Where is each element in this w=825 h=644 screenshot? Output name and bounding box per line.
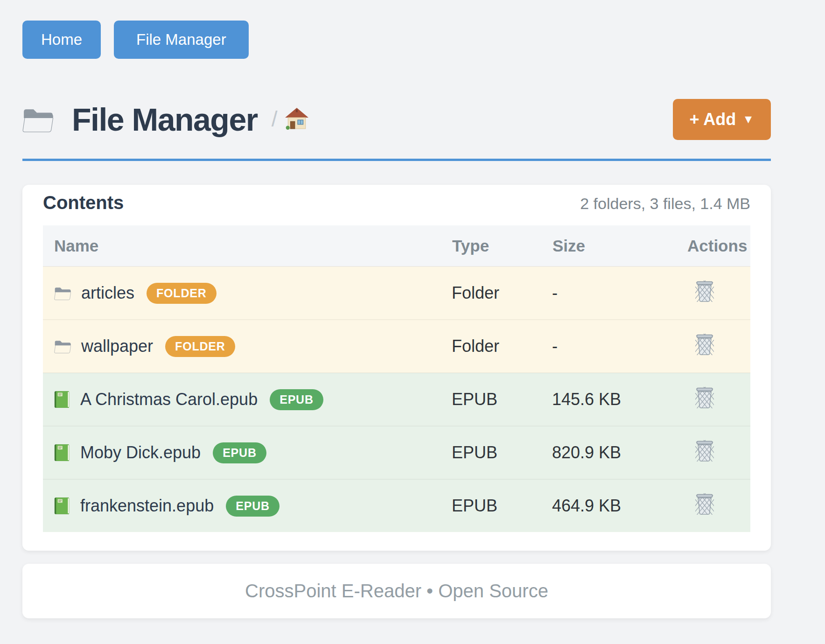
row-name[interactable]: frankenstein.epub [80,496,214,516]
title-divider [22,159,771,161]
table-row: Moby Dick.epub EPUB EPUB 820.9 KB [43,426,750,479]
table-row: A Christmas Carol.epub EPUB EPUB 145.6 K… [43,373,750,426]
type-cell: EPUB [452,479,552,532]
folder-icon [54,286,71,301]
type-badge: EPUB [270,389,323,410]
size-cell: 820.9 KB [552,426,687,479]
trash-icon [695,296,714,303]
trash-icon [695,350,714,357]
row-name[interactable]: wallpaper [81,336,153,356]
footer-text: CrossPoint E-Reader • Open Source [245,581,548,602]
size-cell: 464.9 KB [552,479,687,532]
type-cell: Folder [452,266,552,320]
nav-home-button[interactable]: Home [22,21,101,59]
row-name[interactable]: Moby Dick.epub [80,443,201,462]
size-cell: 145.6 KB [552,373,687,426]
table-row: wallpaper FOLDER Folder - [43,320,750,373]
type-badge: FOLDER [147,283,217,304]
type-cell: EPUB [452,373,552,426]
house-icon [285,124,309,131]
trash-icon [695,456,714,463]
book-icon [54,497,70,515]
type-badge: EPUB [226,496,280,517]
type-cell: Folder [452,320,552,373]
type-badge: FOLDER [165,336,235,357]
folder-icon [54,339,71,354]
panel-title: Contents [43,192,124,213]
breadcrumb-separator: / [272,108,278,130]
column-header-actions: Actions [687,225,750,266]
delete-button[interactable] [687,440,714,462]
add-button-label: + Add [690,110,736,129]
table-header-row: Name Type Size Actions [43,225,750,266]
column-header-type: Type [452,225,552,266]
column-header-name: Name [43,225,452,266]
row-name[interactable]: articles [81,283,134,303]
book-icon [54,391,70,408]
page-title: File Manager [72,101,258,138]
size-cell: - [552,320,687,373]
files-table: Name Type Size Actions articles FOLDER F… [43,225,750,532]
type-cell: EPUB [452,426,552,479]
page-header: File Manager / + Add▼ [22,99,771,140]
column-header-size: Size [552,225,687,266]
delete-button[interactable] [687,280,714,302]
page: Home File Manager File Manager / + Add▼ [22,0,771,618]
top-nav: Home File Manager [22,21,771,59]
table-row: frankenstein.epub EPUB EPUB 464.9 KB [43,479,750,532]
contents-summary: 2 folders, 3 files, 1.4 MB [580,195,750,213]
caret-down-icon: ▼ [742,112,754,126]
breadcrumb-home-link[interactable] [285,107,309,130]
trash-icon [695,509,714,516]
size-cell: - [552,266,687,320]
book-icon [54,444,70,462]
table-row: articles FOLDER Folder - [43,266,750,320]
breadcrumb: / [272,107,309,132]
delete-button[interactable] [687,387,714,408]
delete-button[interactable] [687,334,714,355]
type-badge: EPUB [213,442,266,463]
contents-panel: Contents 2 folders, 3 files, 1.4 MB Name… [22,185,771,551]
nav-file-manager-button[interactable]: File Manager [114,21,249,59]
add-button[interactable]: + Add▼ [673,99,771,140]
delete-button[interactable] [687,493,714,515]
trash-icon [695,403,714,410]
footer: CrossPoint E-Reader • Open Source [22,564,771,618]
folder-icon [22,106,53,133]
row-name[interactable]: A Christmas Carol.epub [80,390,258,409]
